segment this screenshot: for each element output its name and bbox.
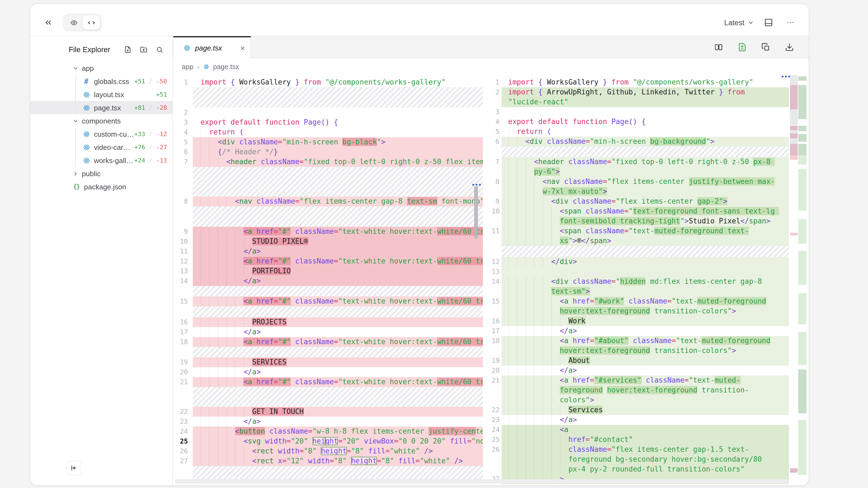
code-text: export default function Page() { xyxy=(502,117,789,127)
code-line: 19About xyxy=(492,356,789,366)
collapse-panel-button[interactable] xyxy=(41,15,56,30)
file-row-globals.css[interactable]: #globals.css+51 / -50 xyxy=(30,75,173,88)
line-number: 3 xyxy=(173,118,193,127)
minimap-block xyxy=(798,155,806,165)
minimap-block xyxy=(790,126,798,130)
download-icon xyxy=(785,42,794,51)
file-row-layout.tsx[interactable]: layout.tsx+51 xyxy=(30,88,173,101)
code-text xyxy=(502,107,789,117)
code-text: export default function Page() { xyxy=(193,118,483,127)
search-files-button[interactable] xyxy=(154,44,165,55)
chevron-down-icon xyxy=(71,64,80,72)
diff-stat-badge: +51 / -50 xyxy=(134,78,167,85)
preview-toggle-button[interactable] xyxy=(65,15,83,30)
page-background: Latest File Explorer xyxy=(0,0,868,488)
new-folder-button[interactable] xyxy=(138,44,149,55)
file-row-video-card.tsx[interactable]: video-card.tsx+76 / -27 xyxy=(30,140,173,154)
panel-layout-button[interactable] xyxy=(762,15,776,30)
react-file-icon xyxy=(82,156,91,165)
diff-stat-badge: +76 / -27 xyxy=(134,143,167,151)
diff-stat-badge: +51 xyxy=(156,91,167,98)
tab-page-tsx[interactable]: page.tsx × xyxy=(173,36,251,58)
app-window: Latest File Explorer xyxy=(30,3,809,486)
file-row-public[interactable]: public xyxy=(30,167,173,180)
code-line: 23</a> xyxy=(173,417,483,426)
breadcrumb-root[interactable]: app xyxy=(182,63,193,70)
code-line: 11<span className="text-muted-foreground… xyxy=(492,226,789,246)
code-text: <div className="flex items-center gap-2"… xyxy=(502,197,789,206)
code-text: SERVICES xyxy=(193,357,483,367)
json-file-icon: {} xyxy=(72,182,81,191)
diff-new-pane[interactable]: 1import { WorksGallery } from "@/compone… xyxy=(492,75,789,485)
code-text: <a href="#" className="text-white hover:… xyxy=(193,256,483,266)
line-number: 10 xyxy=(173,236,193,247)
right-viewport-indicator xyxy=(782,76,790,77)
file-row-package.json[interactable]: {}package.json xyxy=(30,180,173,193)
line-number: 21 xyxy=(492,376,502,385)
breadcrumb-separator-icon: › xyxy=(197,63,199,70)
line-number: 18 xyxy=(173,337,193,347)
code-line: 21<a href="#" className="text-white hove… xyxy=(173,377,483,387)
code-line: 20</a> xyxy=(173,367,483,377)
code-line: 7<header className="fixed top-0 left-0 r… xyxy=(173,157,483,167)
split-view-button[interactable] xyxy=(711,40,726,54)
file-label: app xyxy=(82,64,167,72)
more-options-button[interactable] xyxy=(783,15,798,30)
minimap-block xyxy=(798,332,806,365)
code-line: 10<span className="text-foreground font-… xyxy=(492,206,789,226)
download-button[interactable] xyxy=(782,40,797,54)
code-text: <span className="text-foreground font-sa… xyxy=(502,206,789,226)
code-line: 4return ( xyxy=(173,127,483,137)
file-row-page.tsx[interactable]: page.tsx+81 / -28 xyxy=(30,101,173,114)
file-tree: app#globals.css+51 / -50layout.tsx+51pag… xyxy=(30,62,173,193)
line-number: 26 xyxy=(173,446,193,456)
chevron-down-icon xyxy=(71,117,80,125)
diff-minimap[interactable] xyxy=(790,75,806,485)
code-text: import { WorksGallery } from "@/componen… xyxy=(193,77,483,87)
file-row-custom-curs-[interactable]: custom-curs…+33 / -12 xyxy=(30,127,173,140)
line-number: 24 xyxy=(492,425,502,435)
minimap-new-column xyxy=(798,75,806,485)
line-number: 12 xyxy=(492,257,502,267)
editor-actions xyxy=(711,36,797,58)
line-number: 7 xyxy=(492,157,502,167)
close-tab-button[interactable]: × xyxy=(240,44,245,52)
collapsed-region xyxy=(193,347,483,357)
tree-indent-guide xyxy=(75,127,76,167)
minimap-old-column xyxy=(790,75,798,485)
copy-button[interactable] xyxy=(759,40,773,54)
breadcrumb: app › page.tsx xyxy=(173,58,809,75)
code-text: className="flex items-center gap-1.5 tex… xyxy=(502,445,789,474)
code-text: </a> xyxy=(193,367,483,377)
collapse-sidebar-button[interactable] xyxy=(66,461,81,476)
horizontal-scrollbar[interactable] xyxy=(175,479,789,484)
code-text: STUDIO PIXEL® xyxy=(193,236,483,247)
file-diff-button[interactable] xyxy=(735,40,749,54)
code-text: return ( xyxy=(193,127,483,137)
new-file-button[interactable] xyxy=(122,44,133,55)
line-number: 10 xyxy=(492,206,502,216)
code-line: 5return ( xyxy=(492,127,789,137)
code-line: 23</a> xyxy=(492,415,789,425)
code-line: 12</div> xyxy=(492,257,789,267)
code-text: <button className="w-8 h-8 flex items-ce… xyxy=(193,426,483,436)
code-line: 6{/* Header */} xyxy=(173,147,483,157)
code-toggle-button[interactable] xyxy=(83,15,100,30)
code-line: 9<div className="flex items-center gap-2… xyxy=(492,197,789,206)
file-label: package.json xyxy=(84,183,167,191)
code-line: 5<div className="min-h-screen bg-black"> xyxy=(173,137,483,147)
version-dropdown[interactable]: Latest xyxy=(724,19,754,27)
diff-old-pane[interactable]: 1import { WorksGallery } from "@/compone… xyxy=(173,75,483,485)
code-line: 4export default function Page() { xyxy=(492,117,789,127)
minimap-block xyxy=(798,85,806,119)
minimap-block xyxy=(798,219,806,244)
code-text: </a> xyxy=(502,415,789,425)
line-number: 16 xyxy=(492,316,502,326)
code-line: 8<nav className="flex items-center justi… xyxy=(492,177,789,197)
code-line: 14<div className="hidden md:flex items-c… xyxy=(492,276,789,296)
file-row-components[interactable]: components xyxy=(30,114,173,127)
left-pane-scrollbar[interactable] xyxy=(474,186,478,239)
file-row-works-galler-[interactable]: works-galler…+24 / -13 xyxy=(30,154,173,167)
code-line: 13 xyxy=(492,267,789,276)
file-row-app[interactable]: app xyxy=(30,62,173,75)
